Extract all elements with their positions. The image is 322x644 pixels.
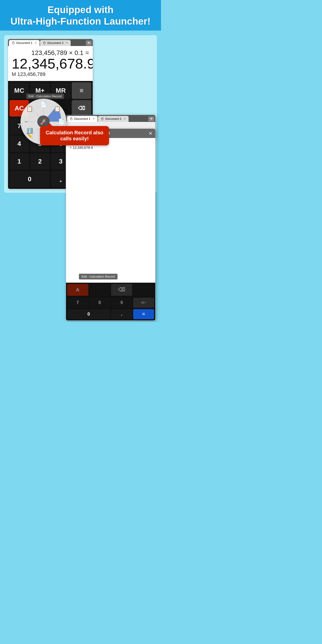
expression-display: 123,456,789 × 0.1 = (12, 49, 89, 56)
p2key-8[interactable]: 8 (89, 298, 110, 308)
p2key-bksp[interactable]: ⌫ (111, 284, 132, 296)
key-2[interactable]: 2 (30, 153, 50, 170)
header-line2: Ultra-High-Function Launcher! (10, 16, 151, 27)
p2key-eq[interactable]: = (133, 309, 154, 319)
doc2-icon: 🗒 (43, 41, 46, 45)
tab1-label: Document 1 (16, 41, 32, 44)
panel2-tab1[interactable]: 🗒 Document 1 ✕ (67, 116, 98, 122)
p2key-blank (89, 284, 110, 296)
launcher-item-top[interactable]: 📄 (38, 100, 48, 110)
record-tooltip: Edit - Calculation Record (79, 274, 118, 280)
panel2-tab1-label: Document 1 (74, 117, 90, 120)
doc1-icon: 🗒 (12, 41, 15, 45)
header: Equipped with Ultra-High-Function Launch… (0, 0, 161, 30)
tab2-close[interactable]: ✕ (66, 42, 68, 44)
p2-doc1-icon: 🗒 (70, 117, 73, 121)
panel2-tab1-close[interactable]: ✕ (93, 117, 95, 120)
tab2-label: Document 2 (48, 41, 64, 44)
record-close-button[interactable]: ✕ (148, 131, 152, 136)
p2-doc2-icon: 🗒 (101, 117, 104, 121)
panel2-tab-add[interactable]: + (148, 116, 154, 122)
p2key-0[interactable]: 0 (67, 309, 110, 319)
launcher-item-right[interactable]: 📄 (56, 116, 66, 127)
record-body: 123,456,789 × 0.1 = 12,345,678.9 Edit - … (66, 138, 155, 283)
menu-icon: ≡ (80, 87, 83, 94)
header-title: Equipped with Ultra-High-Function Launch… (7, 4, 154, 27)
key-0[interactable]: 0 (10, 171, 50, 188)
callout-bubble: Calculation Record also calls easily! (40, 126, 109, 145)
calc-display: 123,456,789 × 0.1 = 12,345,678.9 M 123,4… (8, 46, 93, 81)
main-area: 🗒 Document 1 ✕ 🗒 Document 2 ✕ + 123,456,… (4, 35, 157, 193)
p2key-r1[interactable] (133, 284, 154, 296)
edit-tooltip: Edit - Calculation Record (26, 94, 64, 99)
callout-text: Calculation Record also calls easily! (46, 130, 104, 142)
calc-record-panel: ◈ Calculation Record ✕ 123,456,789 × 0.1… (66, 128, 156, 320)
key-backspace[interactable]: ⌫ (72, 100, 91, 116)
launcher-item-left[interactable]: ← (22, 116, 32, 127)
record-line2: = 12,345,678.9 (70, 146, 152, 150)
panel2-tabs: 🗒 Document 1 ✕ 🗒 Document 2 ✕ + (66, 115, 155, 122)
panel2-tab2-close[interactable]: ✕ (124, 117, 126, 120)
tab-document1[interactable]: 🗒 Document 1 ✕ (9, 40, 40, 46)
launcher-item-info[interactable]: ℹ️ (24, 126, 35, 136)
p2key-9[interactable]: 9 (111, 298, 132, 308)
panel2-tab2[interactable]: 🗒 Document 2 ✕ (98, 116, 128, 122)
header-line1: Equipped with (48, 4, 114, 15)
calc-wrapper: 🗒 Document 1 ✕ 🗒 Document 2 ✕ + 123,456,… (8, 39, 153, 189)
calc-tabs: 🗒 Document 1 ✕ 🗒 Document 2 ✕ + (8, 39, 93, 46)
panel2-tab2-label: Document 2 (105, 117, 122, 120)
result-display: 12,345,678.9 (12, 56, 89, 71)
tab-add-button[interactable]: + (86, 40, 92, 46)
p2key-ac[interactable]: A (67, 284, 88, 296)
key-menu[interactable]: ≡ (72, 82, 91, 99)
backspace-icon: ⌫ (78, 105, 85, 111)
p2key-dot[interactable]: . (111, 309, 132, 319)
tab1-close[interactable]: ✕ (35, 42, 37, 44)
key-1[interactable]: 1 (10, 153, 29, 170)
launcher-item-topright[interactable]: 📋 (52, 104, 62, 114)
p2key-pm[interactable]: +/− (133, 298, 154, 308)
p2key-7[interactable]: 7 (67, 298, 88, 308)
launcher-item-topleft[interactable]: 📋 (24, 104, 35, 114)
memory-display: M 123,456,789 (12, 71, 89, 79)
tab-document2[interactable]: 🗒 Document 2 ✕ (40, 40, 70, 46)
